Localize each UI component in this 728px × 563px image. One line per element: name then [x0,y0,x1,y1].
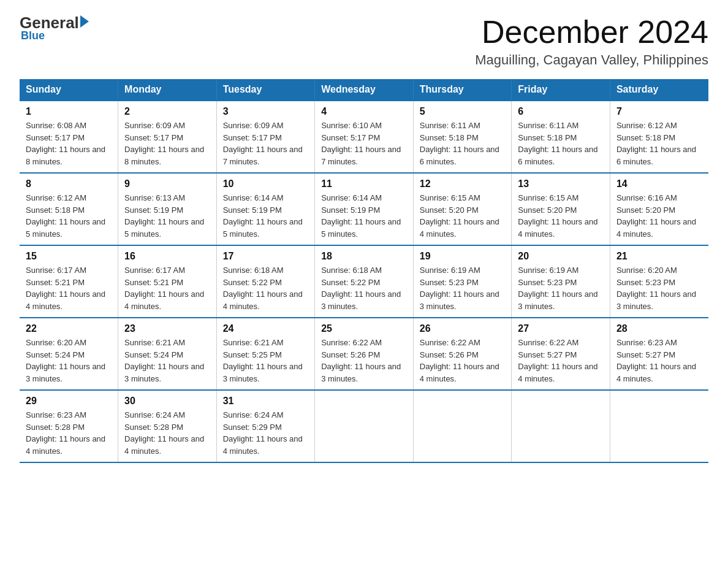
day-number: 11 [321,178,407,190]
day-number: 8 [26,178,112,190]
day-number: 26 [420,323,506,334]
day-number: 2 [124,106,210,117]
day-info: Sunrise: 6:14 AMSunset: 5:19 PMDaylight:… [321,193,401,239]
day-number: 20 [518,251,604,262]
page-header: General Blue December 2024 Maguilling, C… [20,15,708,68]
day-info: Sunrise: 6:24 AMSunset: 5:28 PMDaylight:… [124,410,204,456]
calendar-cell: 10Sunrise: 6:14 AMSunset: 5:19 PMDayligh… [216,173,315,245]
calendar-week-row: 1Sunrise: 6:08 AMSunset: 5:17 PMDaylight… [20,101,708,173]
day-info: Sunrise: 6:22 AMSunset: 5:26 PMDaylight:… [420,338,499,383]
calendar-cell: 4Sunrise: 6:10 AMSunset: 5:17 PMDaylight… [315,101,414,173]
day-info: Sunrise: 6:11 AMSunset: 5:18 PMDaylight:… [518,121,597,166]
day-info: Sunrise: 6:09 AMSunset: 5:17 PMDaylight:… [124,121,204,166]
header-thursday: Thursday [413,79,512,101]
header-sunday: Sunday [20,79,118,101]
header-wednesday: Wednesday [315,79,414,101]
day-info: Sunrise: 6:23 AMSunset: 5:27 PMDaylight:… [616,338,696,383]
day-info: Sunrise: 6:17 AMSunset: 5:21 PMDaylight:… [26,266,105,311]
calendar-cell: 8Sunrise: 6:12 AMSunset: 5:18 PMDaylight… [20,173,118,245]
day-info: Sunrise: 6:10 AMSunset: 5:17 PMDaylight:… [321,121,401,166]
day-info: Sunrise: 6:08 AMSunset: 5:17 PMDaylight:… [26,121,105,166]
calendar-cell: 27Sunrise: 6:22 AMSunset: 5:27 PMDayligh… [512,318,610,390]
day-info: Sunrise: 6:17 AMSunset: 5:21 PMDaylight:… [124,266,204,311]
calendar-cell: 9Sunrise: 6:13 AMSunset: 5:19 PMDaylight… [118,173,217,245]
day-info: Sunrise: 6:11 AMSunset: 5:18 PMDaylight:… [420,121,499,166]
calendar-cell: 3Sunrise: 6:09 AMSunset: 5:17 PMDaylight… [216,101,315,173]
day-info: Sunrise: 6:16 AMSunset: 5:20 PMDaylight:… [616,193,696,239]
header-friday: Friday [512,79,610,101]
calendar-cell: 16Sunrise: 6:17 AMSunset: 5:21 PMDayligh… [118,245,217,318]
logo: General Blue [20,15,89,42]
day-number: 4 [321,106,407,117]
calendar-header-row: SundayMondayTuesdayWednesdayThursdayFrid… [20,79,708,101]
calendar-cell: 2Sunrise: 6:09 AMSunset: 5:17 PMDaylight… [118,101,217,173]
day-number: 23 [124,323,210,334]
day-info: Sunrise: 6:14 AMSunset: 5:19 PMDaylight:… [223,193,303,239]
day-number: 5 [420,106,506,117]
day-info: Sunrise: 6:20 AMSunset: 5:24 PMDaylight:… [26,338,105,383]
calendar-cell: 31Sunrise: 6:24 AMSunset: 5:29 PMDayligh… [216,390,315,462]
day-info: Sunrise: 6:15 AMSunset: 5:20 PMDaylight:… [420,193,499,239]
day-info: Sunrise: 6:09 AMSunset: 5:17 PMDaylight:… [223,121,303,166]
day-number: 7 [616,106,702,117]
calendar-cell: 22Sunrise: 6:20 AMSunset: 5:24 PMDayligh… [20,318,118,390]
day-number: 1 [26,106,112,117]
calendar-cell: 28Sunrise: 6:23 AMSunset: 5:27 PMDayligh… [610,318,708,390]
day-number: 17 [223,251,309,262]
day-info: Sunrise: 6:18 AMSunset: 5:22 PMDaylight:… [321,266,401,311]
calendar-cell [315,390,414,462]
day-info: Sunrise: 6:22 AMSunset: 5:27 PMDaylight:… [518,338,597,383]
day-number: 22 [26,323,112,334]
calendar-cell: 26Sunrise: 6:22 AMSunset: 5:26 PMDayligh… [413,318,512,390]
day-info: Sunrise: 6:21 AMSunset: 5:24 PMDaylight:… [124,338,204,383]
day-info: Sunrise: 6:22 AMSunset: 5:26 PMDaylight:… [321,338,401,383]
calendar-cell: 23Sunrise: 6:21 AMSunset: 5:24 PMDayligh… [118,318,217,390]
calendar-cell: 1Sunrise: 6:08 AMSunset: 5:17 PMDaylight… [20,101,118,173]
calendar-week-row: 15Sunrise: 6:17 AMSunset: 5:21 PMDayligh… [20,245,708,318]
day-info: Sunrise: 6:12 AMSunset: 5:18 PMDaylight:… [26,193,105,239]
day-number: 9 [124,178,210,190]
day-number: 27 [518,323,604,334]
calendar-cell [610,390,708,462]
day-number: 21 [616,251,702,262]
calendar-cell [413,390,512,462]
calendar-cell: 6Sunrise: 6:11 AMSunset: 5:18 PMDaylight… [512,101,610,173]
calendar-cell: 29Sunrise: 6:23 AMSunset: 5:28 PMDayligh… [20,390,118,462]
calendar-cell: 30Sunrise: 6:24 AMSunset: 5:28 PMDayligh… [118,390,217,462]
day-number: 14 [616,178,702,190]
day-info: Sunrise: 6:24 AMSunset: 5:29 PMDaylight:… [223,410,303,456]
calendar-week-row: 8Sunrise: 6:12 AMSunset: 5:18 PMDaylight… [20,173,708,245]
day-number: 19 [420,251,506,262]
month-title: December 2024 [475,15,708,50]
calendar-cell: 13Sunrise: 6:15 AMSunset: 5:20 PMDayligh… [512,173,610,245]
calendar-cell: 20Sunrise: 6:19 AMSunset: 5:23 PMDayligh… [512,245,610,318]
day-number: 29 [26,396,112,407]
day-info: Sunrise: 6:18 AMSunset: 5:22 PMDaylight:… [223,266,303,311]
day-number: 24 [223,323,309,334]
day-info: Sunrise: 6:13 AMSunset: 5:19 PMDaylight:… [124,193,204,239]
calendar-week-row: 29Sunrise: 6:23 AMSunset: 5:28 PMDayligh… [20,390,708,462]
day-info: Sunrise: 6:19 AMSunset: 5:23 PMDaylight:… [518,266,597,311]
day-number: 28 [616,323,702,334]
day-number: 25 [321,323,407,334]
day-number: 18 [321,251,407,262]
day-number: 15 [26,251,112,262]
calendar-cell: 18Sunrise: 6:18 AMSunset: 5:22 PMDayligh… [315,245,414,318]
header-monday: Monday [118,79,217,101]
day-number: 13 [518,178,604,190]
day-number: 31 [223,396,309,407]
header-tuesday: Tuesday [216,79,315,101]
day-info: Sunrise: 6:20 AMSunset: 5:23 PMDaylight:… [616,266,696,311]
day-info: Sunrise: 6:23 AMSunset: 5:28 PMDaylight:… [26,410,105,456]
day-info: Sunrise: 6:19 AMSunset: 5:23 PMDaylight:… [420,266,499,311]
day-number: 30 [124,396,210,407]
day-number: 3 [223,106,309,117]
day-number: 6 [518,106,604,117]
title-area: December 2024 Maguilling, Cagayan Valley… [475,15,708,68]
day-info: Sunrise: 6:12 AMSunset: 5:18 PMDaylight:… [616,121,696,166]
header-saturday: Saturday [610,79,708,101]
day-number: 10 [223,178,309,190]
calendar-cell: 12Sunrise: 6:15 AMSunset: 5:20 PMDayligh… [413,173,512,245]
calendar-cell: 21Sunrise: 6:20 AMSunset: 5:23 PMDayligh… [610,245,708,318]
calendar-week-row: 22Sunrise: 6:20 AMSunset: 5:24 PMDayligh… [20,318,708,390]
